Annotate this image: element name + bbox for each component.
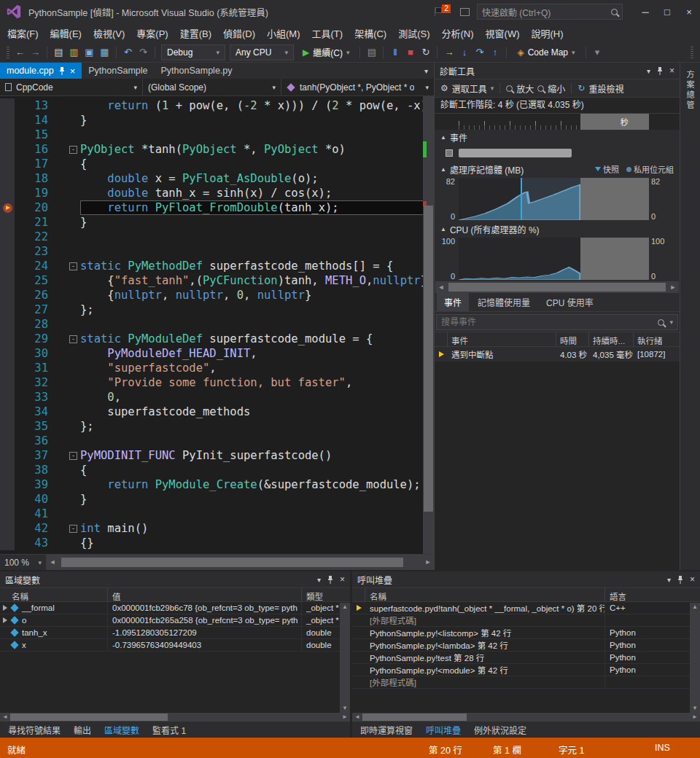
- code-line[interactable]: 15: [0, 128, 434, 142]
- restart-icon[interactable]: ↻: [419, 46, 432, 58]
- save-all-icon[interactable]: ▦: [98, 46, 112, 58]
- code-line[interactable]: 35};: [0, 419, 434, 434]
- step-out-icon[interactable]: ↑: [488, 46, 502, 58]
- code-line[interactable]: 33 0,: [0, 390, 434, 405]
- breakpoint-gutter[interactable]: [0, 536, 15, 550]
- new-file-icon[interactable]: ▤: [52, 46, 66, 58]
- code-line[interactable]: 24-static PyMethodDef superfastcode_meth…: [0, 259, 434, 273]
- code-line[interactable]: 16-PyObject *tanh(PyObject *, PyObject *…: [0, 142, 434, 157]
- code-line[interactable]: 37-PyMODINIT_FUNC PyInit_superfastcode(): [0, 448, 434, 463]
- editor-vertical-scrollbar[interactable]: [423, 96, 434, 554]
- pin-icon[interactable]: [59, 67, 65, 75]
- menu-item[interactable]: 編輯(E): [44, 23, 88, 43]
- locals-row[interactable]: __formal0x000001fcb29b6c78 {ob_refcnt=3 …: [0, 602, 350, 614]
- breakpoint-gutter[interactable]: [0, 200, 15, 215]
- diagnostics-horizontal-scrollbar[interactable]: ◄ ►: [435, 281, 679, 293]
- solution-explorer-autohide-tab[interactable]: 方案總管: [684, 70, 696, 570]
- breakpoint-gutter[interactable]: [0, 259, 15, 273]
- breakpoint-gutter[interactable]: [0, 419, 15, 434]
- code-line[interactable]: 22: [0, 230, 434, 244]
- event-row[interactable]: 遇到中斷點4.03 秒4,035 毫秒[10872]: [435, 347, 680, 362]
- breakpoint-gutter[interactable]: [0, 390, 15, 405]
- code-line[interactable]: 26 {nullptr, nullptr, 0, nullptr}: [0, 288, 434, 302]
- scroll-right-icon[interactable]: ►: [667, 284, 679, 291]
- chevron-down-icon[interactable]: ▾: [491, 85, 494, 92]
- panel-tab[interactable]: 即時運算視窗: [354, 722, 419, 738]
- callstack-row[interactable]: [外部程式碼]: [352, 614, 700, 627]
- column-header-name[interactable]: 名稱: [365, 588, 605, 601]
- events-track[interactable]: [435, 144, 680, 162]
- memory-chart[interactable]: 82 0 82 0: [435, 176, 680, 222]
- diagnostics-header[interactable]: 診斷工具 ▾ ×: [435, 63, 680, 79]
- code-line[interactable]: 21}: [0, 215, 434, 230]
- close-button[interactable]: ×: [678, 1, 700, 22]
- fold-collapse-icon[interactable]: -: [52, 332, 80, 346]
- undo-icon[interactable]: ↶: [121, 46, 135, 58]
- menu-item[interactable]: 架構(C): [349, 23, 392, 43]
- menu-item[interactable]: 工具(T): [306, 23, 349, 43]
- editor-horizontal-scrollbar[interactable]: [58, 555, 422, 570]
- close-icon[interactable]: ×: [690, 574, 695, 585]
- show-next-statement-icon[interactable]: →: [442, 46, 456, 58]
- code-line[interactable]: 40}: [0, 492, 434, 507]
- scroll-left-icon[interactable]: ◄: [435, 284, 447, 291]
- fold-collapse-icon[interactable]: -: [52, 521, 80, 536]
- scrollbar-thumb[interactable]: [424, 206, 433, 512]
- breakpoint-gutter[interactable]: [0, 361, 15, 375]
- timeline-ruler[interactable]: 秒: [435, 114, 680, 130]
- code-line[interactable]: 17{: [0, 157, 434, 171]
- window-position-icon[interactable]: ▾: [317, 576, 321, 584]
- fold-collapse-icon[interactable]: -: [52, 448, 80, 463]
- menu-item[interactable]: 小組(M): [261, 23, 306, 43]
- maximize-button[interactable]: □: [656, 1, 678, 22]
- column-header-thread[interactable]: 執行緒: [634, 332, 680, 346]
- breakpoint-gutter[interactable]: [0, 244, 15, 259]
- breakpoint-gutter[interactable]: [0, 273, 15, 288]
- zoom-in-button[interactable]: 放大: [516, 82, 534, 95]
- callstack-vertical-scrollbar[interactable]: ▲ ▼: [690, 603, 700, 713]
- close-icon[interactable]: ×: [70, 66, 76, 76]
- step-over-icon[interactable]: ↷: [472, 46, 486, 58]
- events-section-header[interactable]: ▲ 事件: [435, 130, 680, 144]
- expander-icon[interactable]: [3, 617, 7, 623]
- code-line[interactable]: 28: [0, 317, 434, 332]
- menu-item[interactable]: 檔案(F): [1, 23, 44, 43]
- breakpoint-gutter[interactable]: [0, 346, 15, 361]
- breakpoint-gutter[interactable]: [0, 171, 15, 186]
- breakpoint-gutter[interactable]: [0, 288, 15, 302]
- code-line[interactable]: 27};: [0, 302, 434, 317]
- callstack-row[interactable]: PythonSample.py!<listcomp> 第 42 行Python: [352, 627, 700, 639]
- scroll-left-icon[interactable]: ◄: [47, 555, 58, 570]
- code-map-button[interactable]: ◈Code Map▾: [511, 44, 580, 60]
- panel-tab[interactable]: 區域變數: [98, 722, 145, 738]
- scroll-left-icon[interactable]: ◄: [0, 713, 10, 722]
- breakpoint-gutter[interactable]: [0, 521, 15, 536]
- cpu-section-header[interactable]: ▲ CPU (所有處理器的 %): [435, 222, 680, 236]
- events-search-box[interactable]: ▾: [436, 314, 678, 330]
- panel-tab[interactable]: 監看式 1: [147, 722, 192, 738]
- column-header-name[interactable]: 名稱: [0, 588, 108, 601]
- locals-horizontal-scrollbar[interactable]: ◄ ►: [0, 713, 350, 722]
- member-dropdown[interactable]: tanh(PyObject *, PyObject * o ▾: [281, 79, 434, 95]
- breakpoint-gutter[interactable]: [0, 142, 15, 157]
- menu-item[interactable]: 說明(H): [526, 23, 569, 43]
- pin-icon[interactable]: [327, 576, 333, 584]
- panel-tab[interactable]: 例外狀況設定: [468, 722, 532, 738]
- pin-icon[interactable]: [677, 576, 683, 584]
- code-line[interactable]: 32 "Provide some function, but faster",: [0, 375, 434, 390]
- panel-tab[interactable]: 輸出: [68, 722, 97, 738]
- code-line[interactable]: 18 double x = PyFloat_AsDouble(o);: [0, 171, 434, 186]
- callstack-row[interactable]: [外部程式碼]: [352, 676, 700, 689]
- zoom-dropdown[interactable]: 100 % ▾: [0, 555, 47, 570]
- menu-item[interactable]: 分析(N): [436, 23, 480, 43]
- callstack-row[interactable]: PythonSample.py!<lambda> 第 42 行Python: [352, 639, 700, 652]
- code-line[interactable]: 13 return (1 + pow(e, (-2 * x))) / (2 * …: [0, 98, 434, 113]
- menu-item[interactable]: 測試(S): [392, 23, 435, 43]
- expander-icon[interactable]: [3, 605, 7, 611]
- code-line[interactable]: 39 return PyModule_Create(&superfastcode…: [0, 477, 434, 492]
- doc-tab[interactable]: PythonSample.py: [155, 63, 239, 79]
- reset-view-button[interactable]: 重設檢視: [588, 82, 623, 95]
- close-icon[interactable]: ×: [669, 66, 674, 76]
- panel-tab[interactable]: 尋找符號結果: [2, 722, 66, 738]
- breakpoint-gutter[interactable]: [0, 463, 15, 477]
